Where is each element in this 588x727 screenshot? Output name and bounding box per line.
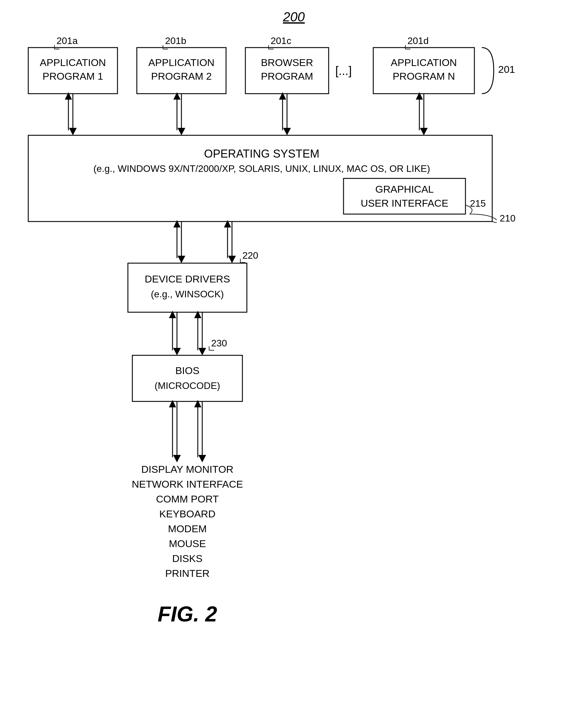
hw-item-5: MODEM	[168, 523, 207, 534]
app1-ref: 201a	[57, 35, 78, 46]
browser-label-line1: BROWSER	[261, 57, 313, 68]
appN-arrowhead-down	[420, 128, 428, 135]
bios-to-hw-arrowhead1-down	[173, 455, 181, 462]
dd-to-bios-arrowhead2-down	[198, 348, 206, 355]
browser-label-line2: PROGRAM	[261, 70, 313, 82]
appN-label-line1: APPLICATION	[391, 57, 457, 68]
dd-label-line1: DEVICE DRIVERS	[145, 273, 230, 284]
group-brace	[482, 47, 494, 94]
browser-ref: 201c	[271, 35, 291, 46]
figure-label: FIG. 2	[158, 602, 217, 626]
os-label-line2: (e.g., WINDOWS 9X/NT/2000/XP, SOLARIS, U…	[93, 163, 430, 174]
os-label-line1: OPERATING SYSTEM	[204, 148, 319, 160]
gui-label-line2: USER INTERFACE	[361, 197, 448, 209]
dd-to-bios-arrowhead1-down	[173, 348, 181, 355]
bios-label-line1: BIOS	[175, 365, 199, 376]
dd-label-line2: (e.g., WINSOCK)	[151, 289, 224, 299]
bios-ref: 230	[211, 338, 227, 348]
app1-arrowhead-down	[69, 128, 77, 135]
bios-box	[132, 355, 243, 401]
hw-item-6: MOUSE	[169, 538, 206, 549]
os-ref: 210	[500, 213, 516, 223]
hw-item-2: NETWORK INTERFACE	[132, 478, 243, 490]
os-to-dd-arrowhead1-down	[177, 256, 185, 263]
gui-label-line1: GRAPHICAL	[375, 184, 434, 195]
dd-ref: 220	[243, 250, 258, 261]
app2-ref: 201b	[165, 35, 186, 46]
app2-label-line2: PROGRAM 2	[151, 70, 212, 82]
app1-label-line1: APPLICATION	[40, 57, 106, 68]
bios-label-line2: (MICROCODE)	[155, 380, 220, 391]
group-ref: 201	[498, 64, 515, 75]
ellipsis-label: [...]	[335, 64, 352, 77]
bios-to-hw-arrowhead2-down	[198, 455, 206, 462]
appN-label-line2: PROGRAM N	[393, 70, 455, 82]
hw-item-1: DISPLAY MONITOR	[141, 464, 233, 475]
app1-label-line2: PROGRAM 1	[43, 70, 103, 82]
device-drivers-box	[128, 263, 247, 312]
diagram-container: 200 APPLICATION PROGRAM 1 201a APPLICATI…	[0, 0, 588, 727]
app2-label-line1: APPLICATION	[148, 57, 214, 68]
hw-item-7: DISKS	[172, 553, 203, 564]
hw-item-3: COMM PORT	[156, 493, 219, 505]
hw-item-4: KEYBOARD	[160, 508, 216, 519]
ref-curve-210	[492, 221, 497, 223]
os-to-dd-arrowhead2-down	[228, 256, 236, 263]
appN-ref: 201d	[407, 35, 428, 46]
browser-arrowhead-down	[283, 128, 291, 135]
gui-ref: 215	[470, 198, 486, 209]
hw-item-8: PRINTER	[165, 568, 209, 579]
diagram-title: 200	[282, 9, 305, 24]
app2-arrowhead-down	[177, 128, 185, 135]
